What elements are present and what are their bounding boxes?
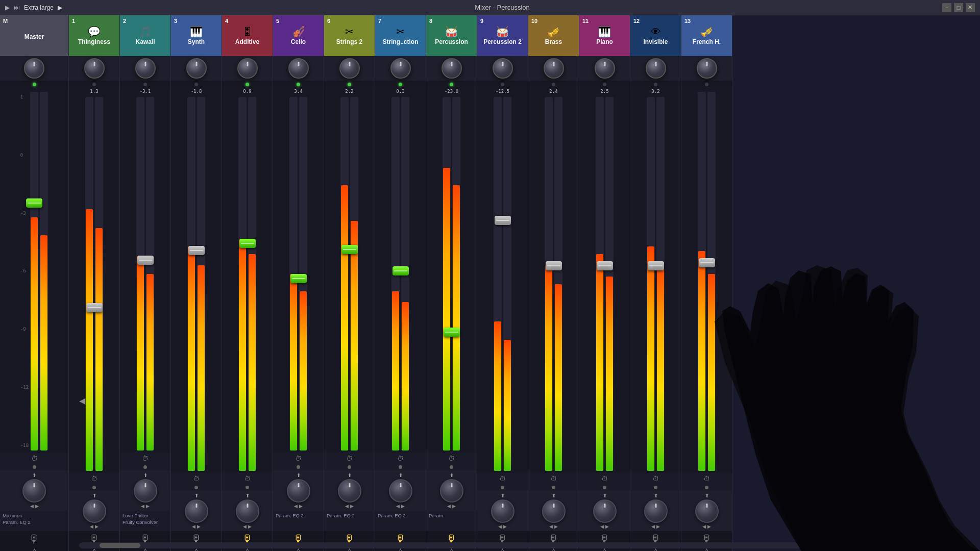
scroll-left-arrow[interactable]: ◀	[79, 396, 85, 406]
pan-up-arrow-ch11[interactable]: ⬆	[603, 493, 607, 498]
pan-up-arrow-ch5[interactable]: ⬆	[297, 472, 301, 478]
volume-knob-ch2[interactable]	[135, 58, 156, 79]
pan-knob-ch12[interactable]	[644, 499, 668, 523]
volume-knob-ch13[interactable]	[697, 58, 717, 79]
extra-large-label[interactable]: Extra large	[24, 4, 54, 11]
fader-handle-ch2[interactable]	[137, 256, 154, 265]
clock-icon-ch6[interactable]: ⏱	[346, 455, 353, 462]
volume-knob-ch10[interactable]	[544, 58, 564, 79]
volume-knob-ch12[interactable]	[646, 58, 666, 79]
pan-knob-ch11[interactable]	[593, 499, 617, 523]
clock-icon-ch7[interactable]: ⏱	[397, 455, 404, 462]
pan-up-arrow-ch4[interactable]: ⬆	[246, 493, 250, 498]
pan-knob-ch8[interactable]	[440, 479, 463, 503]
fader-handle-ch13[interactable]	[699, 258, 715, 267]
volume-knob-ch3[interactable]	[186, 58, 207, 79]
plugin-name-ch2[interactable]: Love Philter	[122, 512, 168, 519]
pan-knob-ch3[interactable]	[185, 499, 208, 523]
pan-knob-ch13[interactable]	[695, 499, 719, 523]
pan-knob-ch2[interactable]	[134, 479, 157, 503]
pan-knob-ch4[interactable]	[236, 499, 259, 523]
clock-icon-ch12[interactable]: ⏱	[652, 475, 659, 483]
volume-knob-ch11[interactable]	[595, 58, 615, 79]
pan-knob-master[interactable]	[22, 479, 46, 503]
fader-handle-ch6[interactable]	[341, 245, 358, 254]
volume-knob-ch7[interactable]	[390, 58, 411, 79]
pan-knob-ch1[interactable]	[83, 499, 106, 523]
pan-up-arrow-ch6[interactable]: ⬆	[348, 472, 352, 478]
clock-icon-ch5[interactable]: ⏱	[295, 455, 302, 462]
channel-header-ch11[interactable]: 11🎹Piano	[579, 15, 630, 56]
plugin-name-ch2[interactable]: Fruity Convolver	[122, 519, 168, 525]
fader-handle-ch4[interactable]	[239, 239, 256, 248]
plugin-name-ch5[interactable]: Param. EQ 2	[276, 512, 321, 519]
clock-icon-ch2[interactable]: ⏱	[142, 455, 149, 462]
mic-icon-master[interactable]: 🎙	[29, 534, 40, 545]
minimize-button[interactable]: −	[942, 3, 951, 12]
plugin-name-master[interactable]: Param. EQ 2	[3, 519, 66, 525]
clock-icon-master[interactable]: ⏱	[31, 455, 38, 462]
clock-icon-ch4[interactable]: ⏱	[244, 475, 251, 483]
plugin-name-ch8[interactable]: Param.	[429, 512, 474, 519]
clock-icon-ch10[interactable]: ⏱	[550, 475, 557, 483]
channel-header-ch8[interactable]: 8🥁Percussion	[426, 15, 477, 56]
send-arrow-master[interactable]: △	[32, 547, 37, 551]
clock-icon-ch8[interactable]: ⏱	[448, 455, 455, 462]
channel-header-ch13[interactable]: 13🎺French H.	[681, 15, 732, 56]
fader-handle-ch11[interactable]	[597, 261, 613, 270]
pan-up-arrow-ch3[interactable]: ⬆	[194, 493, 199, 498]
clock-icon-ch1[interactable]: ⏱	[91, 475, 97, 483]
fader-handle-ch7[interactable]	[393, 266, 409, 276]
pan-up-arrow-ch13[interactable]: ⬆	[705, 493, 709, 498]
pan-knob-ch6[interactable]	[338, 479, 361, 503]
volume-knob-ch8[interactable]	[442, 58, 462, 79]
clock-icon-ch3[interactable]: ⏱	[193, 475, 200, 483]
pan-up-arrow-ch8[interactable]: ⬆	[450, 472, 454, 478]
scroll-thumb[interactable]	[100, 543, 140, 548]
pan-knob-ch9[interactable]	[491, 499, 514, 523]
volume-knob-ch5[interactable]	[288, 58, 309, 79]
pan-up-arrow-ch12[interactable]: ⬆	[654, 493, 658, 498]
channel-header-ch2[interactable]: 2🎵Kawaii	[120, 15, 170, 56]
clock-icon-ch9[interactable]: ⏱	[499, 475, 506, 483]
channel-header-ch1[interactable]: 1💬Thinginess	[69, 15, 119, 56]
channel-header-ch6[interactable]: 6✂Strings 2	[324, 15, 375, 56]
pan-knob-ch7[interactable]	[389, 479, 412, 503]
fader-handle-ch12[interactable]	[648, 261, 664, 270]
plugin-name-ch6[interactable]: Param. EQ 2	[327, 512, 372, 519]
extra-large-arrow[interactable]: ▶	[58, 4, 62, 11]
maximize-button[interactable]: □	[954, 3, 963, 12]
pan-up-arrow-master[interactable]: ⬆	[32, 472, 36, 478]
pan-up-arrow-ch10[interactable]: ⬆	[552, 493, 556, 498]
volume-knob-ch1[interactable]	[84, 58, 105, 79]
fader-handle-ch8[interactable]	[444, 328, 460, 337]
skip-icon[interactable]: ⏭	[14, 4, 20, 11]
fader-handle-ch5[interactable]	[290, 274, 307, 283]
fader-handle-ch10[interactable]	[546, 261, 562, 270]
pan-knob-ch5[interactable]	[287, 479, 310, 503]
fader-handle-master[interactable]	[26, 198, 42, 208]
volume-knob-ch6[interactable]	[339, 58, 360, 79]
clock-icon-ch13[interactable]: ⏱	[703, 475, 710, 483]
fader-handle-ch9[interactable]	[495, 216, 511, 225]
close-button[interactable]: ✕	[966, 3, 975, 12]
plugin-name-master[interactable]: Maximus	[3, 512, 66, 519]
channel-header-ch12[interactable]: 12👁Invisible	[630, 15, 681, 56]
pan-up-arrow-ch2[interactable]: ⬆	[143, 472, 148, 478]
channel-header-ch7[interactable]: 7✂String..ction	[375, 15, 426, 56]
channel-header-ch10[interactable]: 10🎺Brass	[528, 15, 579, 56]
channel-header-ch4[interactable]: 4🎛Additive	[222, 15, 273, 56]
pan-up-arrow-ch7[interactable]: ⬆	[399, 472, 403, 478]
plugin-name-ch7[interactable]: Param. EQ 2	[378, 512, 423, 519]
fader-handle-ch3[interactable]	[188, 246, 205, 255]
volume-knob-ch9[interactable]	[493, 58, 513, 79]
volume-knob-ch4[interactable]	[237, 58, 258, 79]
horizontal-scrollbar[interactable]	[79, 542, 878, 548]
transport-icon[interactable]: ▶	[5, 4, 10, 11]
channel-header-master[interactable]: MMaster	[0, 15, 68, 56]
channel-header-ch3[interactable]: 3🎹Synth	[171, 15, 222, 56]
channel-header-ch5[interactable]: 5🎻Cello	[273, 15, 324, 56]
pan-up-arrow-ch9[interactable]: ⬆	[501, 493, 505, 498]
channel-header-ch9[interactable]: 9🥁Percussion 2	[477, 15, 528, 56]
fader-handle-ch1[interactable]	[86, 303, 103, 312]
